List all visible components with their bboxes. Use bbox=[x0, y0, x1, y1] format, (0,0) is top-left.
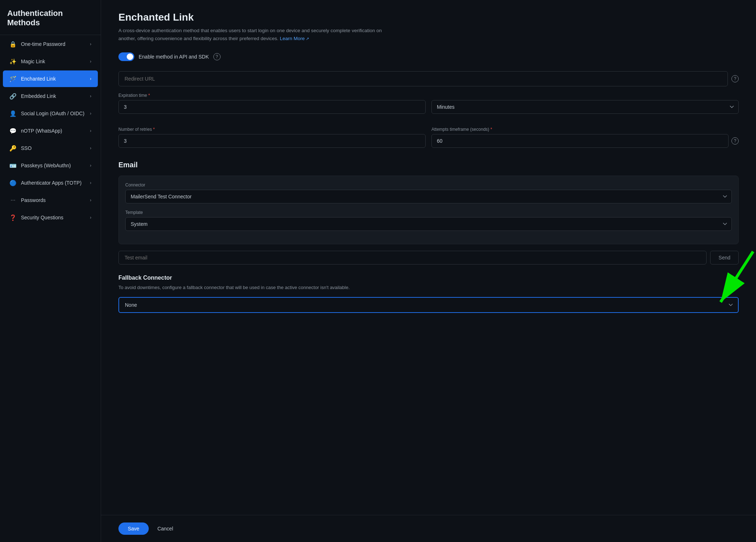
description-text: A cross-device authentication method tha… bbox=[118, 28, 382, 41]
toggle-help-icon[interactable]: ? bbox=[213, 53, 221, 60]
sidebar-item-left-social-login: 👤 Social Login (OAuth / OIDC) bbox=[9, 110, 84, 117]
sidebar-chevron-passwords: › bbox=[90, 198, 91, 203]
sidebar-icon-magic-link: ✨ bbox=[9, 58, 17, 65]
template-label: Template bbox=[125, 210, 732, 215]
sidebar: Authentication Methods 🔒 One-time Passwo… bbox=[0, 0, 101, 542]
sidebar-label-security-questions: Security Questions bbox=[21, 215, 64, 220]
save-button[interactable]: Save bbox=[118, 522, 149, 535]
sidebar-item-embedded-link[interactable]: 🔗 Embedded Link › bbox=[3, 88, 98, 104]
sidebar-label-otp: One-time Password bbox=[21, 41, 65, 47]
sidebar-item-otp[interactable]: 🔒 One-time Password › bbox=[3, 36, 98, 52]
sidebar-label-enchanted-link: Enchanted Link bbox=[21, 76, 56, 82]
sidebar-label-social-login: Social Login (OAuth / OIDC) bbox=[21, 111, 84, 116]
fallback-title: Fallback Connector bbox=[118, 275, 739, 281]
sidebar-icon-otp: 🔒 bbox=[9, 40, 17, 48]
sidebar-item-security-questions[interactable]: ❓ Security Questions › bbox=[3, 209, 98, 226]
sidebar-chevron-otp: › bbox=[90, 42, 91, 47]
sidebar-item-left-passkeys: 🪪 Passkeys (WebAuthn) bbox=[9, 162, 71, 169]
sidebar-label-passkeys: Passkeys (WebAuthn) bbox=[21, 163, 71, 168]
sidebar-title: Authentication Methods bbox=[0, 0, 101, 35]
sidebar-chevron-social-login: › bbox=[90, 111, 91, 116]
sidebar-item-left-enchanted-link: 🪄 Enchanted Link bbox=[9, 75, 56, 82]
sidebar-label-passwords: Passwords bbox=[21, 197, 45, 203]
expiration-input[interactable] bbox=[118, 100, 426, 114]
email-card: Connector MailerSend Test Connector Temp… bbox=[118, 176, 739, 244]
sidebar-label-sso: SSO bbox=[21, 145, 32, 151]
sidebar-chevron-notp-whatsapp: › bbox=[90, 128, 91, 133]
connector-group: Connector MailerSend Test Connector bbox=[125, 182, 732, 203]
toggle-label: Enable method in API and SDK bbox=[139, 54, 209, 60]
sidebar-item-authenticator[interactable]: 🔵 Authenticator Apps (TOTP) › bbox=[3, 175, 98, 191]
sidebar-icon-passwords: ··· bbox=[9, 197, 17, 204]
expiration-group: Expiration time * bbox=[118, 93, 426, 114]
main-content: Enchanted Link A cross-device authentica… bbox=[101, 0, 756, 515]
sidebar-item-left-passwords: ··· Passwords bbox=[9, 197, 45, 204]
sidebar-item-left-security-questions: ❓ Security Questions bbox=[9, 214, 64, 221]
unit-label bbox=[431, 93, 739, 98]
sidebar-item-notp-whatsapp[interactable]: 💬 nOTP (WhatsApp) › bbox=[3, 122, 98, 139]
sidebar-icon-sso: 🔑 bbox=[9, 145, 17, 152]
email-section-header: Email bbox=[118, 161, 739, 169]
expiration-label: Expiration time * bbox=[118, 93, 426, 98]
sidebar-chevron-embedded-link: › bbox=[90, 94, 91, 99]
redirect-help-icon[interactable]: ? bbox=[731, 75, 739, 82]
retries-input[interactable] bbox=[118, 134, 426, 148]
enable-toggle[interactable] bbox=[118, 52, 134, 61]
sidebar-chevron-security-questions: › bbox=[90, 215, 91, 220]
sidebar-item-social-login[interactable]: 👤 Social Login (OAuth / OIDC) › bbox=[3, 105, 98, 122]
attempts-label: Attempts timeframe (seconds) * bbox=[431, 127, 739, 132]
sidebar-item-enchanted-link[interactable]: 🪄 Enchanted Link › bbox=[3, 70, 98, 87]
sidebar-label-notp-whatsapp: nOTP (WhatsApp) bbox=[21, 128, 62, 134]
test-email-input[interactable] bbox=[118, 251, 707, 264]
send-button[interactable]: Send bbox=[710, 251, 739, 264]
redirect-url-row: ? bbox=[118, 71, 739, 86]
sidebar-item-left-notp-whatsapp: 💬 nOTP (WhatsApp) bbox=[9, 127, 62, 134]
sidebar-icon-embedded-link: 🔗 bbox=[9, 93, 17, 100]
sidebar-icon-notp-whatsapp: 💬 bbox=[9, 127, 17, 134]
unit-group: Minutes Seconds Hours bbox=[431, 93, 739, 114]
learn-more-link[interactable]: Learn More bbox=[280, 36, 309, 41]
connector-select[interactable]: MailerSend Test Connector bbox=[125, 190, 732, 203]
sidebar-item-passwords[interactable]: ··· Passwords › bbox=[3, 192, 98, 208]
fallback-desc: To avoid downtimes, configure a fallback… bbox=[118, 284, 739, 291]
retries-label: Number of retries * bbox=[118, 127, 426, 132]
sidebar-item-left-sso: 🔑 SSO bbox=[9, 145, 32, 152]
sidebar-chevron-authenticator: › bbox=[90, 180, 91, 185]
redirect-url-input[interactable] bbox=[118, 71, 728, 86]
sidebar-icon-enchanted-link: 🪄 bbox=[9, 75, 17, 82]
sidebar-label-authenticator: Authenticator Apps (TOTP) bbox=[21, 180, 82, 186]
template-group: Template System bbox=[125, 210, 732, 231]
sidebar-chevron-magic-link: › bbox=[90, 59, 91, 64]
enable-method-row: Enable method in API and SDK ? bbox=[118, 52, 739, 61]
expiration-row: Expiration time * Minutes Seconds Hours bbox=[118, 93, 739, 120]
unit-select[interactable]: Minutes Seconds Hours bbox=[431, 100, 739, 114]
retries-group: Number of retries * bbox=[118, 127, 426, 148]
sidebar-icon-authenticator: 🔵 bbox=[9, 179, 17, 186]
retries-row: Number of retries * Attempts timeframe (… bbox=[118, 127, 739, 154]
cancel-button[interactable]: Cancel bbox=[154, 522, 177, 535]
sidebar-item-sso[interactable]: 🔑 SSO › bbox=[3, 140, 98, 156]
sidebar-item-magic-link[interactable]: ✨ Magic Link › bbox=[3, 53, 98, 70]
sidebar-item-passkeys[interactable]: 🪪 Passkeys (WebAuthn) › bbox=[3, 157, 98, 174]
sidebar-icon-passkeys: 🪪 bbox=[9, 162, 17, 169]
sidebar-chevron-sso: › bbox=[90, 146, 91, 151]
sidebar-label-magic-link: Magic Link bbox=[21, 59, 45, 64]
attempts-input[interactable] bbox=[431, 134, 729, 148]
main-panel: Enchanted Link A cross-device authentica… bbox=[101, 0, 756, 542]
sidebar-item-left-authenticator: 🔵 Authenticator Apps (TOTP) bbox=[9, 179, 82, 186]
sidebar-chevron-passkeys: › bbox=[90, 163, 91, 168]
sidebar-item-left-magic-link: ✨ Magic Link bbox=[9, 58, 45, 65]
fallback-select-wrapper: None bbox=[118, 297, 739, 313]
fallback-section: Fallback Connector To avoid downtimes, c… bbox=[118, 275, 739, 313]
sidebar-item-left-otp: 🔒 One-time Password bbox=[9, 40, 65, 48]
fallback-select[interactable]: None bbox=[118, 297, 739, 313]
template-select[interactable]: System bbox=[125, 217, 732, 231]
test-email-row: Send bbox=[118, 251, 739, 264]
sidebar-chevron-enchanted-link: › bbox=[90, 76, 91, 81]
attempts-group: Attempts timeframe (seconds) * ? bbox=[431, 127, 739, 148]
attempts-help-icon[interactable]: ? bbox=[731, 137, 739, 145]
connector-label: Connector bbox=[125, 182, 732, 188]
page-title: Enchanted Link bbox=[118, 12, 739, 23]
sidebar-item-left-embedded-link: 🔗 Embedded Link bbox=[9, 93, 56, 100]
page-description: A cross-device authentication method tha… bbox=[118, 27, 400, 42]
